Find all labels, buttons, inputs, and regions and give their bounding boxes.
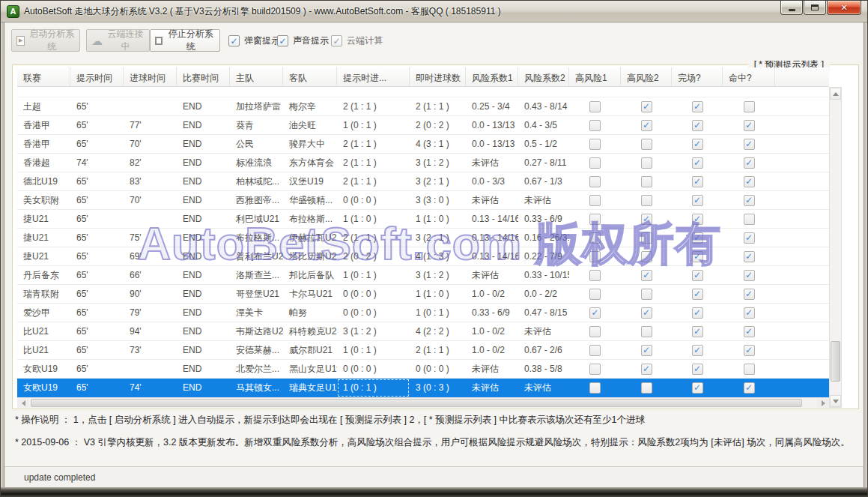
cell-high-risk2-checkbox[interactable]: ✓ [621, 97, 672, 116]
cell-finished-checkbox[interactable]: ✓ [672, 97, 723, 116]
table-row[interactable]: 捷U2165'69'END普利布兰U21塔比历斯U212 (0 : 2 )4 (… [17, 247, 829, 266]
scroll-down-button[interactable] [830, 395, 841, 407]
cell-finished-checkbox[interactable]: ✓ [672, 229, 723, 247]
cell-high-risk2-checkbox[interactable]: ✓ [621, 379, 672, 397]
cell-high-risk1-checkbox[interactable]: ✓ [569, 191, 621, 210]
column-header-6[interactable]: 客队 [283, 67, 337, 86]
cell-high-risk2-checkbox[interactable]: ✓ [621, 229, 672, 247]
cell-high-risk2-checkbox[interactable]: ✓ [621, 304, 672, 322]
cell-hit-checkbox[interactable]: ✓ [723, 322, 775, 341]
cell-high-risk2-checkbox[interactable]: ✓ [621, 341, 672, 360]
cell-hit-checkbox[interactable]: ✓ [723, 172, 775, 191]
minimize-button[interactable] [780, 1, 803, 15]
cell-hit-checkbox[interactable]: ✓ [723, 266, 775, 285]
cloud-connecting-button[interactable]: ☁ 云端连接中 [86, 29, 150, 52]
cell-hit-checkbox[interactable]: ✓ [723, 191, 775, 210]
start-analysis-button[interactable]: ▶ 启动分析系统 [11, 29, 80, 52]
cell-high-risk1-checkbox[interactable]: ✓ [569, 322, 621, 341]
cloud-compute-checkbox[interactable]: ✓ 云端计算 [331, 34, 383, 47]
cell-high-risk2-checkbox[interactable]: ✓ [621, 191, 672, 210]
column-header-13[interactable]: 完场? [672, 67, 723, 86]
cell-hit-checkbox[interactable]: ✓ [723, 341, 775, 360]
cell-finished-checkbox[interactable]: ✓ [672, 135, 723, 154]
cell-finished-checkbox[interactable]: ✓ [672, 191, 723, 210]
column-header-3[interactable]: 进球时间 [124, 67, 177, 86]
cell-high-risk2-checkbox[interactable]: ✓ [621, 247, 672, 266]
maximize-button[interactable] [804, 1, 826, 15]
table-row[interactable]: 香港甲65'70'END公民骏昇大中2 (1 : 1 )4 (3 : 1 )0.… [17, 135, 829, 154]
cell-high-risk1-checkbox[interactable]: ✓ [569, 116, 621, 135]
table-row[interactable]: 香港超74'82'END标准流浪东方体育会2 (1 : 1 )3 (1 : 2 … [17, 154, 829, 172]
table-row[interactable]: 香港甲65'77'END葵青油尖旺1 (0 : 1 )2 (0 : 2 )0.0… [17, 116, 829, 135]
column-header-7[interactable]: 提示时进... [337, 67, 410, 86]
cell-finished-checkbox[interactable]: ✓ [672, 210, 723, 229]
cell-finished-checkbox[interactable]: ✓ [672, 116, 723, 135]
cell-high-risk1-checkbox[interactable]: ✓ [569, 304, 621, 322]
horizontal-scrollbar[interactable] [17, 397, 829, 408]
column-header-10[interactable]: 风险系数2 [518, 67, 569, 86]
cell-finished-checkbox[interactable]: ✓ [672, 304, 723, 322]
scroll-up-button[interactable] [830, 88, 841, 100]
table-row[interactable]: 德北U1965'83'END柏林域陀...汉堡U192 (1 : 1 )3 (2… [17, 172, 829, 191]
table-row[interactable]: 比U2165'73'END安德莱赫...威尔郡U211 (0 : 1 )2 (1… [17, 341, 829, 360]
cell-finished-checkbox[interactable]: ✓ [672, 247, 723, 266]
column-header-5[interactable]: 主队 [230, 67, 283, 86]
table-row[interactable]: 比U2165'94'END韦斯达路U21科特赖克U213 (1 : 2 )4 (… [17, 322, 829, 341]
cell-hit-checkbox[interactable]: ✓ [723, 135, 775, 154]
cell-finished-checkbox[interactable]: ✓ [672, 322, 723, 341]
scroll-right-button[interactable] [817, 398, 829, 408]
column-header-14[interactable]: 命中? [723, 67, 775, 86]
vertical-scroll-thumb[interactable] [831, 341, 840, 382]
cell-high-risk1-checkbox[interactable]: ✓ [569, 341, 621, 360]
horizontal-scroll-thumb[interactable] [31, 399, 802, 407]
cell-high-risk2-checkbox[interactable]: ✓ [621, 172, 672, 191]
vertical-scrollbar[interactable] [829, 87, 842, 408]
cell-high-risk1-checkbox[interactable]: ✓ [569, 210, 621, 229]
column-header-12[interactable]: 高风险2 [621, 67, 672, 86]
cell-high-risk2-checkbox[interactable]: ✓ [621, 360, 672, 379]
cell-high-risk2-checkbox[interactable]: ✓ [621, 154, 672, 172]
cell-high-risk2-checkbox[interactable]: ✓ [621, 285, 672, 304]
cell-finished-checkbox[interactable]: ✓ [672, 360, 723, 379]
sound-alert-checkbox[interactable]: ✓ 声音提示 [277, 34, 329, 47]
cell-hit-checkbox[interactable]: ✓ [723, 304, 775, 322]
cell-hit-checkbox[interactable]: ✓ [723, 360, 775, 379]
column-header-4[interactable]: 比赛时间 [177, 67, 230, 86]
cell-finished-checkbox[interactable]: ✓ [672, 266, 723, 285]
table-row[interactable]: 女欧U1965'END北爱尔兰...黑山女足U190 (0 : 0 )0 (0 … [17, 360, 829, 379]
table-row[interactable]: 美女职附65'70'END西雅图帝...华盛顿精...0 (0 : 0 )3 (… [17, 191, 829, 210]
close-button[interactable]: ✕ [827, 1, 861, 15]
cell-high-risk1-checkbox[interactable]: ✓ [569, 229, 621, 247]
cell-hit-checkbox[interactable]: ✓ [723, 97, 775, 116]
cell-high-risk1-checkbox[interactable]: ✓ [569, 247, 621, 266]
cell-high-risk1-checkbox[interactable]: ✓ [569, 97, 621, 116]
cell-finished-checkbox[interactable]: ✓ [672, 154, 723, 172]
table-row[interactable]: 女欧U1965'74'END马其顿女...瑞典女足U191 (0 : 1 )3 … [17, 379, 829, 397]
cell-high-risk1-checkbox[interactable]: ✓ [569, 154, 621, 172]
cell-hit-checkbox[interactable]: ✓ [723, 285, 775, 304]
cell-finished-checkbox[interactable]: ✓ [672, 285, 723, 304]
cell-high-risk1-checkbox[interactable]: ✓ [569, 135, 621, 154]
table-row[interactable]: 爱沙甲65'79'END潭美卡帕努0 (0 : 0 )1 (0 : 1 )0.3… [17, 304, 829, 322]
cell-high-risk2-checkbox[interactable]: ✓ [621, 210, 672, 229]
column-header-11[interactable]: 高风险1 [569, 67, 621, 86]
table-row[interactable]: 瑞青联附65'90'END哥登堡U21卡尔马U210 (0 : 0 )1 (1 … [17, 285, 829, 304]
cell-finished-checkbox[interactable]: ✓ [672, 172, 723, 191]
cell-high-risk2-checkbox[interactable]: ✓ [621, 116, 672, 135]
cell-finished-checkbox[interactable]: ✓ [672, 379, 723, 397]
popup-alert-checkbox[interactable]: ✓ 弹窗提示 [228, 34, 280, 47]
table-row[interactable]: 捷U2165'END利巴域U21布拉格斯...1 (1 : 0 )1 (1 : … [17, 210, 829, 229]
cell-hit-checkbox[interactable]: ✓ [723, 229, 775, 247]
table-row[interactable]: 丹后备东65'66'END洛斯查兰...邦比后备队1 (0 : 1 )3 (1 … [17, 266, 829, 285]
table-row[interactable]: 土超65'END加拉塔萨雷梅尔辛2 (1 : 1 )2 (1 : 1 )0.25… [17, 97, 829, 116]
column-header-8[interactable]: 即时进球数 [410, 67, 466, 86]
cell-high-risk1-checkbox[interactable]: ✓ [569, 172, 621, 191]
cell-hit-checkbox[interactable]: ✓ [723, 154, 775, 172]
cell-hit-checkbox[interactable]: ✓ [723, 379, 775, 397]
table-row[interactable]: 捷U2165'75'END布拉格斯...伊赫拉瓦U212 (1 : 1 )3 (… [17, 229, 829, 247]
cell-finished-checkbox[interactable]: ✓ [672, 341, 723, 360]
cell-high-risk2-checkbox[interactable]: ✓ [621, 322, 672, 341]
cell-high-risk2-checkbox[interactable]: ✓ [621, 266, 672, 285]
cell-high-risk2-checkbox[interactable]: ✓ [621, 135, 672, 154]
column-header-9[interactable]: 风险系数1 [466, 67, 518, 86]
